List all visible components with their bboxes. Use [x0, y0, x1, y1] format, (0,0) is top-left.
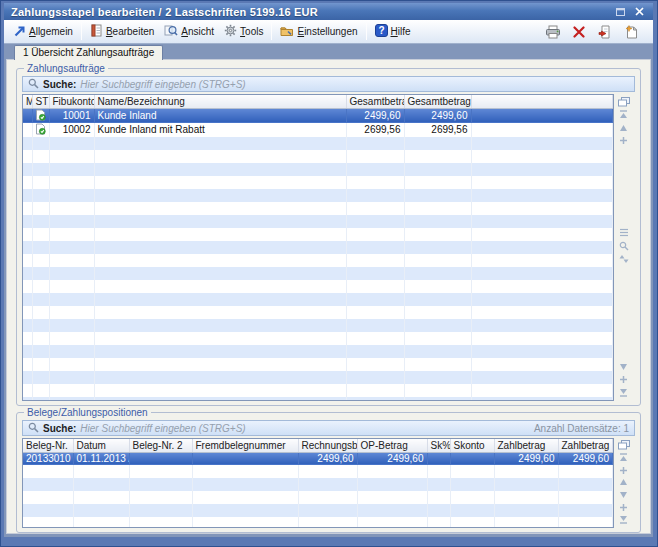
- move-down-icon[interactable]: [617, 361, 630, 372]
- search-label: Suche:: [43, 423, 76, 434]
- cell-fibukonto: 10002: [49, 123, 94, 137]
- move-up-icon[interactable]: [617, 477, 630, 487]
- menu-label: Einstellungen: [297, 26, 357, 37]
- close-icon[interactable]: [633, 6, 646, 18]
- col-m[interactable]: M: [23, 95, 32, 108]
- orders-header-row: M ST Fibukonto Name/Bezeichnung Gesamtbe…: [23, 95, 613, 108]
- table-row-selected[interactable]: 10001 Kunde Inland 2499,60 2499,60: [23, 108, 613, 123]
- cell-fibukonto: 10001: [49, 108, 94, 123]
- notebook-icon: [90, 24, 103, 39]
- add-icon[interactable]: [617, 374, 630, 385]
- menu-allgemein[interactable]: Allgemein: [8, 23, 78, 41]
- col-fibukonto[interactable]: Fibukonto: [49, 95, 94, 108]
- empty-row: [23, 491, 613, 504]
- menu-tools[interactable]: Tools: [219, 22, 268, 41]
- menu-ansicht[interactable]: Ansicht: [159, 22, 219, 41]
- cell-beleg-nr: 20133010: [23, 452, 73, 465]
- menu-einstellungen[interactable]: Einstellungen: [275, 23, 362, 41]
- cell-datum: 01.11.2013 /Fr: [73, 452, 129, 465]
- restore-button[interactable]: [614, 6, 627, 18]
- column-chooser-icon[interactable]: [617, 440, 630, 450]
- empty-row: [23, 267, 613, 280]
- col-gesamtbetrag-euro[interactable]: Gesamtbetrag Euro: [404, 95, 471, 108]
- positions-search-bar[interactable]: Suche: Hier Suchbegriff eingeben (STRG+S…: [22, 420, 635, 436]
- cell-zahlbetrag-euro: 2499,60: [558, 452, 613, 465]
- list-icon[interactable]: [617, 227, 630, 238]
- col-op-betrag[interactable]: OP-Betrag: [357, 439, 427, 452]
- menu-hilfe[interactable]: ? Hilfe: [370, 22, 416, 41]
- move-down-icon[interactable]: [617, 490, 630, 500]
- svg-text:?: ?: [378, 25, 384, 36]
- empty-row: [23, 189, 613, 202]
- table-row[interactable]: 10002 Kunde Inland mit Rabatt 2699,56 26…: [23, 123, 613, 137]
- column-chooser-icon[interactable]: [617, 96, 630, 107]
- content-area: 1 Übersicht Zahlungsaufträge Zahlungsauf…: [4, 44, 653, 537]
- col-name[interactable]: Name/Bezeichnung: [94, 95, 346, 108]
- add-icon[interactable]: [617, 135, 630, 146]
- menu-separator: [81, 23, 82, 40]
- main-panel: Zahlungsaufträge Suche: Hier Suchbegriff…: [6, 59, 651, 534]
- menu-label: Hilfe: [391, 26, 411, 37]
- empty-row: [23, 254, 613, 267]
- empty-row: [23, 504, 613, 517]
- empty-row: [23, 137, 613, 150]
- move-top-icon[interactable]: [617, 109, 630, 120]
- menu-label: Ansicht: [181, 26, 214, 37]
- col-st[interactable]: ST: [32, 95, 49, 108]
- menu-label: Tools: [240, 26, 263, 37]
- move-top-icon[interactable]: [617, 452, 630, 462]
- empty-row: [23, 358, 613, 371]
- group-title: Zahlungsaufträge: [24, 63, 108, 74]
- empty-row: [23, 215, 613, 228]
- move-up-icon[interactable]: [617, 122, 630, 133]
- col-beleg-nr-2[interactable]: Beleg-Nr. 2: [129, 439, 192, 452]
- add-icon[interactable]: [617, 502, 630, 512]
- col-zahlbetrag-euro[interactable]: Zahlbetrag Euro: [558, 439, 613, 452]
- checkout-document-icon[interactable]: [597, 24, 613, 39]
- empty-rows: [23, 137, 613, 402]
- cell-gesamtbetrag: 2699,56: [346, 123, 404, 137]
- menu-separator: [271, 23, 272, 40]
- delete-icon[interactable]: [571, 24, 587, 39]
- cell-gesamtbetrag-euro: 2499,60: [404, 108, 471, 123]
- empty-row: [23, 150, 613, 163]
- document-check-icon: [35, 126, 46, 137]
- empty-row: [23, 517, 613, 528]
- menu-bearbeiten[interactable]: Bearbeiten: [85, 22, 159, 41]
- move-bottom-icon[interactable]: [617, 387, 630, 398]
- new-record-icon[interactable]: [623, 24, 639, 39]
- col-zahlbetrag[interactable]: Zahlbetrag: [494, 439, 558, 452]
- col-sk[interactable]: Sk%: [427, 439, 450, 452]
- orders-table: M ST Fibukonto Name/Bezeichnung Gesamtbe…: [22, 94, 614, 401]
- empty-row: [23, 345, 613, 358]
- empty-row: [23, 280, 613, 293]
- col-gesamtbetrag[interactable]: Gesamtbetrag: [346, 95, 404, 108]
- empty-row: [23, 465, 613, 478]
- empty-row: [23, 241, 613, 254]
- table-row-selected[interactable]: 20133010 01.11.2013 /Fr 2499,60 2499,60: [23, 452, 613, 465]
- zoom-icon[interactable]: [617, 240, 630, 251]
- col-beleg-nr[interactable]: Beleg-Nr.: [23, 439, 73, 452]
- sort-icon[interactable]: [617, 253, 630, 264]
- gear-icon: [224, 24, 237, 39]
- window-title: Zahlungsstapel bearbeiten / 2 Lastschrif…: [11, 6, 318, 18]
- cell-rechnungsbetrag: 2499,60: [298, 452, 357, 465]
- col-datum[interactable]: Datum: [73, 439, 129, 452]
- cell-name: Kunde Inland mit Rabatt: [94, 123, 346, 137]
- col-fremdbelegnummer[interactable]: Fremdbelegnummer: [192, 439, 298, 452]
- print-icon[interactable]: [545, 24, 561, 39]
- tab-uebersicht-zahlungsauftraege[interactable]: 1 Übersicht Zahlungsaufträge: [14, 45, 163, 60]
- col-rechnungsbetrag[interactable]: Rechnungsbetrag: [298, 439, 357, 452]
- search-placeholder: Hier Suchbegriff eingeben (STRG+S): [80, 79, 245, 90]
- cell-gesamtbetrag-euro: 2699,56: [404, 123, 471, 137]
- empty-row: [23, 478, 613, 491]
- col-skonto[interactable]: Skonto: [450, 439, 494, 452]
- positions-side-toolbar: [614, 438, 631, 528]
- group-title: Belege/Zahlungspositionen: [24, 407, 151, 418]
- orders-search-bar[interactable]: Suche: Hier Suchbegriff eingeben (STRG+S…: [22, 76, 635, 92]
- group-zahlungsauftraege: Zahlungsaufträge Suche: Hier Suchbegriff…: [16, 68, 641, 406]
- add-icon[interactable]: [617, 465, 630, 475]
- move-bottom-icon[interactable]: [617, 515, 630, 525]
- record-count: Anzahl Datensätze: 1: [534, 423, 629, 434]
- positions-header-row: Beleg-Nr. Datum Beleg-Nr. 2 Fremdbelegnu…: [23, 439, 613, 452]
